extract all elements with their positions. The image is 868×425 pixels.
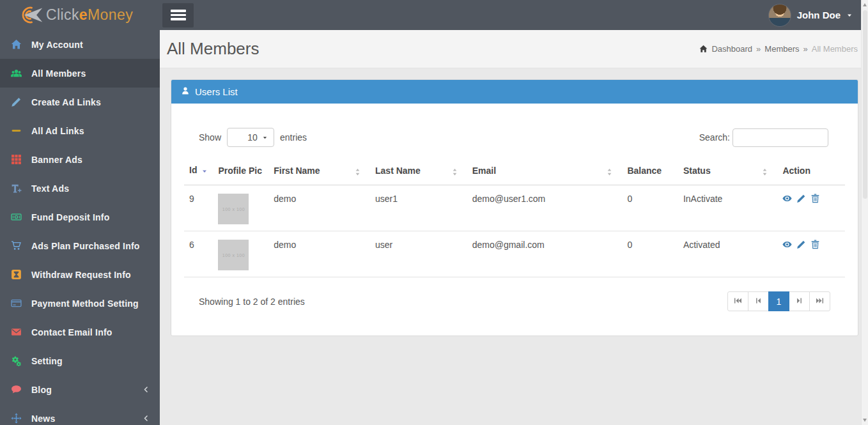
sidebar-item-label: Fund Deposit Info [31,212,109,222]
edit-button[interactable] [796,194,806,203]
view-button[interactable] [782,240,792,249]
show-label: Show [199,132,221,143]
text-ads-icon [10,183,23,194]
envelope-icon [10,327,23,337]
sidebar-item-payment-method-setting[interactable]: Payment Method Setting [0,289,160,318]
sidebar-item-fund-deposit-info[interactable]: Fund Deposit Info [0,203,160,231]
user-menu[interactable]: John Doe [768,4,853,27]
brand-name: ClickeMoney [46,6,133,24]
scroll-down-arrow-icon[interactable] [862,419,868,422]
breadcrumb: Dashboard » Members » All Members [699,44,858,54]
main-area: John Doe All Members Dashboard » Members… [160,0,868,425]
table-row: 9100 x 100demouser1demo@user1.com0InActi… [184,185,845,231]
page-size-select[interactable]: 10 [227,128,274,147]
cell-last-name: user1 [370,185,467,231]
column-header-last-name[interactable]: Last Name [370,160,467,185]
page-last-icon [816,297,824,307]
eye-icon [782,194,792,203]
breadcrumb-dashboard[interactable]: Dashboard [711,44,752,54]
page-previous-button[interactable] [748,291,769,311]
scroll-up-arrow-icon[interactable] [862,3,868,6]
page-last-button[interactable] [809,291,830,311]
page-next-button[interactable] [789,291,810,311]
sidebar-item-label: Text Ads [31,183,69,194]
sidebar-item-label: Banner Ads [31,155,82,165]
sidebar-item-label: Payment Method Setting [31,298,139,309]
home-icon [10,39,23,50]
sort-desc-icon [201,166,208,176]
sidebar-item-label: Setting [31,356,63,366]
caret-down-icon [846,12,853,19]
trash-icon [810,194,820,203]
hamburger-icon [171,10,186,12]
sidebar-item-text-ads[interactable]: Text Ads [0,174,160,203]
search-input[interactable] [732,128,828,147]
page-current-button[interactable]: 1 [768,291,789,311]
breadcrumb-separator: » [756,44,761,54]
sidebar-item-create-ad-links[interactable]: Create Ad Links [0,88,160,116]
minus-icon [10,125,23,136]
page-next-icon [795,297,803,307]
sidebar-item-withdraw-request-info[interactable]: Withdraw Request Info [0,260,160,289]
view-button[interactable] [782,194,792,203]
gears-icon [10,355,23,366]
users-icon [10,68,23,79]
page-size-value: 10 [243,132,262,143]
panel-header: Users List [171,80,858,104]
column-header-action: Action [777,160,845,185]
column-header-email[interactable]: Email [467,160,623,185]
sidebar-item-label: Ads Plan Purchased Info [31,241,140,251]
scrollbar[interactable] [861,0,868,425]
sidebar-item-label: Blog [31,385,52,395]
table-info: Showing 1 to 2 of 2 entries [199,297,305,307]
column-header-profile-pic: Profile Pic [213,160,268,185]
brand-logo[interactable]: ClickeMoney [0,0,160,30]
page-prev-icon [754,297,763,307]
sidebar-item-news[interactable]: News [0,404,160,425]
credit-card-icon [10,298,23,309]
sidebar-item-blog[interactable]: Blog [0,375,160,404]
cell-status: InActivate [678,185,778,231]
cell-balance: 0 [622,185,678,231]
sidebar: ClickeMoney My AccountAll MembersCreate … [0,0,160,425]
pencil-icon [10,97,23,107]
search-control: Search: [699,128,828,147]
column-header-balance: Balance [622,160,678,185]
brand-logo-icon [17,4,43,26]
sidebar-item-contact-email-info[interactable]: Contact Email Info [0,318,160,346]
sidebar-item-label: My Account [31,40,83,50]
panel-title: Users List [195,86,238,97]
sidebar-item-my-account[interactable]: My Account [0,30,160,59]
cell-profile-pic: 100 x 100 [213,185,268,231]
cell-id: 6 [184,231,213,277]
sidebar-item-ads-plan-purchased-info[interactable]: Ads Plan Purchased Info [0,231,160,260]
page-header: All Members Dashboard » Members » All Me… [160,30,868,68]
breadcrumb-current: All Members [812,44,858,54]
pencil-icon [796,194,806,203]
hamburger-button[interactable] [162,3,194,27]
scrollbar-thumb[interactable] [863,10,867,199]
sidebar-item-all-ad-links[interactable]: All Ad Links [0,116,160,145]
sort-icon [452,167,458,176]
sidebar-item-all-members[interactable]: All Members [0,59,160,88]
users-table: IdProfile PicFirst NameLast NameEmailBal… [184,160,845,277]
sidebar-item-banner-ads[interactable]: Banner Ads [0,145,160,174]
column-header-id[interactable]: Id [184,160,213,185]
column-header-first-name[interactable]: First Name [268,160,370,185]
column-header-status[interactable]: Status [678,160,778,185]
table-row: 6100 x 100demouserdemo@gmail.com0Activat… [184,231,845,277]
grid-icon [10,154,23,165]
cell-last-name: user [370,231,467,277]
topbar: John Doe [160,0,868,30]
avatar [768,4,791,27]
page-first-button[interactable] [727,291,748,311]
sidebar-item-setting[interactable]: Setting [0,346,160,375]
delete-button[interactable] [810,194,820,203]
cell-email: demo@gmail.com [467,231,623,277]
delete-button[interactable] [810,240,820,249]
cell-action [777,185,845,231]
users-list-panel: Users List Show 10 entries [171,79,858,336]
edit-button[interactable] [796,240,806,249]
panel-body: Show 10 entries Search: [171,104,858,336]
breadcrumb-members[interactable]: Members [764,44,799,54]
